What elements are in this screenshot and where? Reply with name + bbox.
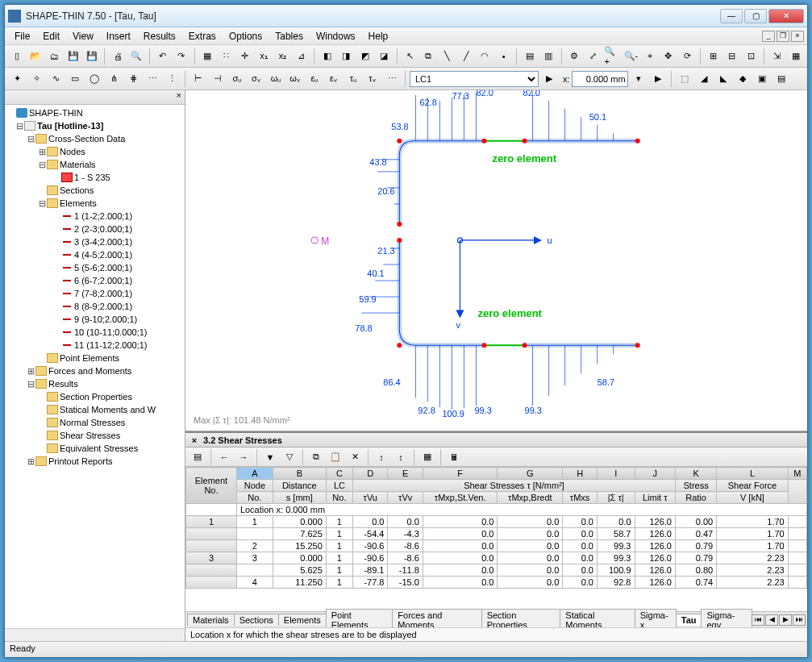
tree-sections[interactable]: Sections xyxy=(60,184,94,197)
axes-icon[interactable]: ✛ xyxy=(236,48,253,65)
tab-first-icon[interactable]: ⏮ xyxy=(752,614,764,626)
tree-res[interactable]: Normal Stresses xyxy=(60,416,125,429)
menu-results[interactable]: Results xyxy=(137,29,182,44)
table-tab[interactable]: Tau xyxy=(676,614,702,626)
table-row[interactable]: 110.00010.00.00.00.00.00.0126.00.001.70 xyxy=(186,516,807,528)
print-icon[interactable]: 🖨 xyxy=(109,48,126,65)
tree-el[interactable]: 7 (7-8;2.000;1) xyxy=(74,287,132,300)
tab-next-icon[interactable]: ▶ xyxy=(779,614,792,626)
maximize-button[interactable]: ▢ xyxy=(744,9,767,23)
x-dropdown-icon[interactable]: ▾ xyxy=(630,70,648,88)
x1-icon[interactable]: x₁ xyxy=(255,48,272,65)
loadcase-combo[interactable]: LC1 xyxy=(410,71,539,87)
zoom-in-icon[interactable]: 🔍+ xyxy=(603,48,620,65)
sidebar-hscroll[interactable] xyxy=(5,628,185,641)
stress-omega-v-icon[interactable]: ωᵥ xyxy=(286,70,304,88)
close-button[interactable]: ✕ xyxy=(768,9,804,23)
refresh-icon[interactable]: ⟳ xyxy=(679,48,696,65)
save-icon[interactable]: 💾 xyxy=(65,48,81,65)
result-d-icon[interactable]: ◆ xyxy=(734,70,752,88)
mdi-minimize-button[interactable]: _ xyxy=(762,31,775,42)
col-element[interactable]: ElementNo. xyxy=(186,468,237,504)
navigator-tree[interactable]: SHAPE-THIN ⊟Tau [Hotline-13] ⊟Cross-Sect… xyxy=(5,105,185,628)
stress-sigma-u-icon[interactable]: σᵤ xyxy=(228,70,246,88)
tt-filter-b-icon[interactable]: ▽ xyxy=(281,448,298,466)
show-b-icon[interactable]: ⊟ xyxy=(723,48,740,65)
undo-icon[interactable]: ↶ xyxy=(154,48,171,65)
tool-d-icon[interactable]: ◩ xyxy=(356,48,373,65)
tool-c-icon[interactable]: ◨ xyxy=(338,48,355,65)
zoom-full-icon[interactable]: ⤢ xyxy=(585,48,602,65)
dots-icon[interactable]: ∷ xyxy=(218,48,235,65)
tree-res[interactable]: Equivalent Stresses xyxy=(60,442,138,455)
tree-res[interactable]: Shear Stresses xyxy=(60,429,120,442)
tree-results[interactable]: Results xyxy=(48,377,78,390)
draw-arc-icon[interactable]: ◠ xyxy=(477,48,493,65)
table-row[interactable]: 7.6251-54.4-4.30.00.00.058.7126.00.471.7… xyxy=(186,528,807,540)
sparkle-b-icon[interactable]: ✧ xyxy=(27,70,45,88)
tree-el[interactable]: 11 (11-12;2.000;1) xyxy=(74,339,148,352)
table-tab[interactable]: Materials xyxy=(187,614,235,626)
tree-elements[interactable]: Elements xyxy=(60,197,97,210)
show-a-icon[interactable]: ⊞ xyxy=(705,48,722,65)
grid-icon[interactable]: ▦ xyxy=(199,48,216,65)
draw-point-icon[interactable]: • xyxy=(495,48,512,65)
stress-eps-u-icon[interactable]: εᵤ xyxy=(306,70,323,88)
result-a-icon[interactable]: ⬚ xyxy=(676,70,693,88)
tt-sort-b-icon[interactable]: ↕ xyxy=(392,448,410,466)
tree-el[interactable]: 2 (2-3;0.000;1) xyxy=(74,223,132,235)
tree-res[interactable]: Statical Moments and W xyxy=(60,403,156,416)
table-row[interactable]: 215.2501-90.6-8.60.00.00.099.3126.00.791… xyxy=(186,540,807,552)
tree-nodes[interactable]: Nodes xyxy=(60,145,85,158)
tab-prev-icon[interactable]: ◀ xyxy=(765,614,778,626)
table1-icon[interactable]: ▤ xyxy=(521,48,538,65)
menu-help[interactable]: Help xyxy=(362,29,395,44)
result-f-icon[interactable]: ▤ xyxy=(772,70,790,88)
sidebar-close-icon[interactable]: × xyxy=(177,90,181,100)
result-e-icon[interactable]: ▣ xyxy=(753,70,771,88)
menu-options[interactable]: Options xyxy=(223,29,269,44)
table-tab[interactable]: Elements xyxy=(278,614,327,626)
zoom-out-icon[interactable]: 🔍- xyxy=(623,48,639,65)
stress-eps-v-icon[interactable]: εᵥ xyxy=(325,70,343,88)
sparkle-e-icon[interactable]: ◯ xyxy=(85,70,103,88)
tab-last-icon[interactable]: ⏭ xyxy=(793,614,806,626)
stress-a-icon[interactable]: ⊢ xyxy=(189,70,207,88)
result-c-icon[interactable]: ◣ xyxy=(714,70,732,88)
lc-nav-icon[interactable]: ▶ xyxy=(540,70,558,88)
tree-cs[interactable]: Cross-Section Data xyxy=(48,132,125,145)
minimize-button[interactable]: — xyxy=(720,9,743,23)
tree-el[interactable]: 5 (5-6;2.000;1) xyxy=(74,261,132,274)
tt-calc-icon[interactable]: 🖩 xyxy=(445,448,463,466)
tt-excel-icon[interactable]: ▦ xyxy=(418,448,436,466)
mdi-close-button[interactable]: × xyxy=(791,31,804,42)
print-preview-icon[interactable]: 🔍 xyxy=(128,48,145,65)
show-c-icon[interactable]: ⊡ xyxy=(742,48,759,65)
result-b-icon[interactable]: ◢ xyxy=(695,70,713,88)
mdi-restore-button[interactable]: ❐ xyxy=(777,31,789,42)
tree-pointel[interactable]: Point Elements xyxy=(60,352,119,364)
tt-filter-a-icon[interactable]: ▼ xyxy=(261,448,279,466)
tree-el[interactable]: 10 (10-11;0.000;1) xyxy=(74,326,148,339)
tt-copy-icon[interactable]: ⧉ xyxy=(307,448,325,466)
redo-icon[interactable]: ↷ xyxy=(173,48,189,65)
tree-project[interactable]: Tau [Hotline-13] xyxy=(37,119,103,132)
tree-res[interactable]: Section Properties xyxy=(60,390,132,403)
menu-extras[interactable]: Extras xyxy=(182,29,223,44)
pan-icon[interactable]: ✥ xyxy=(660,48,677,65)
copy-sel-icon[interactable]: ⧉ xyxy=(420,48,437,65)
tree-el[interactable]: 3 (3-4;2.000;1) xyxy=(74,235,132,248)
tt-del-icon[interactable]: ✕ xyxy=(346,448,364,466)
table2-icon[interactable]: ▥ xyxy=(540,48,557,65)
menu-windows[interactable]: Windows xyxy=(310,29,362,44)
stress-sigma-v-icon[interactable]: σᵥ xyxy=(248,70,265,88)
tt-paste-icon[interactable]: 📋 xyxy=(327,448,344,466)
new-icon[interactable]: ▯ xyxy=(8,48,25,65)
results-table[interactable]: ElementNo. A B C D E F G H I J xyxy=(185,467,807,589)
graphics-canvas[interactable]: M u v 53.8 62.8 77.3 82.0 82.0 50.1 43.8… xyxy=(185,90,807,431)
stress-b-icon[interactable]: ⊣ xyxy=(209,70,227,88)
menu-view[interactable]: View xyxy=(66,29,100,44)
tree-mat1[interactable]: 1 - S 235 xyxy=(74,171,110,184)
tree-el[interactable]: 4 (4-5;2.000;1) xyxy=(74,248,132,261)
menu-file[interactable]: File xyxy=(8,29,36,44)
